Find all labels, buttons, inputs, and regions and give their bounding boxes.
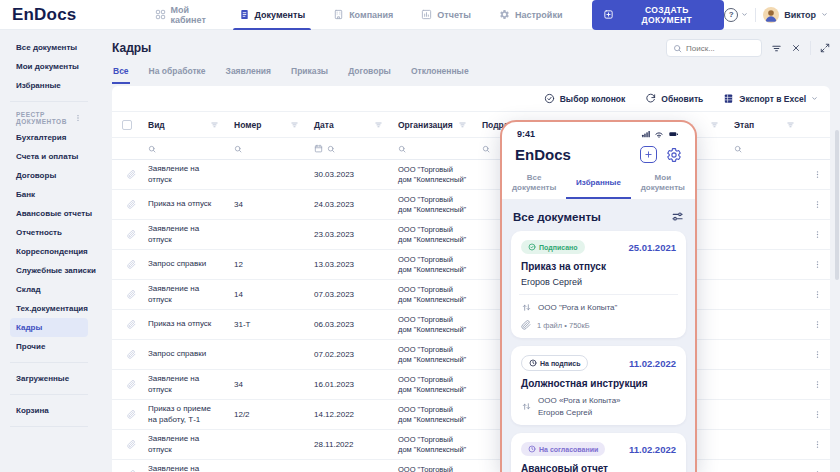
divider [10, 362, 88, 363]
gear-icon[interactable] [666, 147, 682, 163]
attachment-icon [112, 290, 142, 299]
column-header[interactable]: Дата [308, 120, 392, 130]
column-header[interactable]: Вид [142, 120, 228, 130]
sidebar-item[interactable]: Прочие [10, 337, 88, 356]
table-row[interactable]: Заявление на отпуск 30.03.2023 ООО "Торг… [112, 160, 830, 190]
card-person: Егоров Сергей [538, 408, 621, 417]
sidebar-item[interactable]: Все документы [10, 38, 88, 57]
add-document-button[interactable] [640, 146, 657, 163]
row-menu-button[interactable] [804, 380, 830, 389]
table-row[interactable]: Заявление на отпуск 28.11.2022 ООО "Торг… [112, 430, 830, 460]
document-card[interactable]: На согласовании 11.02.2022 Авансовый отч… [511, 433, 686, 472]
filter-cell-stage[interactable] [728, 145, 804, 153]
sidebar-item[interactable]: Мои документы [10, 57, 88, 76]
scrollbar-thumb[interactable] [835, 130, 839, 280]
row-menu-button[interactable] [804, 230, 830, 239]
filter-cell-type[interactable] [142, 145, 228, 153]
row-menu-button[interactable] [804, 290, 830, 299]
cell-number: 34 [228, 380, 308, 389]
close-icon[interactable] [791, 43, 801, 53]
sidebar-item[interactable]: Банк [10, 185, 88, 204]
sidebar-item[interactable]: Корреспонденция [10, 242, 88, 261]
filter-cell-number[interactable] [228, 145, 308, 153]
phone-tab[interactable]: Избранные [566, 169, 630, 199]
sidebar-item[interactable]: Договоры [10, 166, 88, 185]
page-tab[interactable]: Договоры [347, 64, 392, 84]
column-header[interactable]: Этап [728, 120, 804, 130]
table-row[interactable]: Заявление на отпуск 14 07.03.2023 ООО "Т… [112, 280, 830, 310]
fullscreen-icon[interactable] [820, 43, 830, 53]
document-card[interactable]: Подписано 25.01.2021 Приказ на отпуск Ег… [511, 231, 686, 338]
report-chart-icon [421, 9, 432, 20]
content-area: Все документы Мои документы Избранные РЕ… [0, 30, 840, 472]
column-filter-icon[interactable] [210, 120, 219, 129]
row-menu-button[interactable] [804, 170, 830, 179]
column-filter-icon[interactable] [710, 120, 719, 129]
select-all-checkbox[interactable] [122, 120, 132, 130]
table-row[interactable]: Приказ о приеме на работу, Т-1 12/2 14.1… [112, 400, 830, 430]
sidebar-item[interactable]: Бухгалтерия [10, 128, 88, 147]
table-row[interactable]: Заявление на отпуск 23.03.2023 ООО "Торг… [112, 220, 830, 250]
row-menu-button[interactable] [804, 260, 830, 269]
sidebar-item-downloads[interactable]: Загруженные [10, 369, 88, 388]
user-menu[interactable]: Виктор [763, 7, 828, 23]
page-tab[interactable]: Отклоненные [410, 64, 470, 84]
column-header[interactable]: Номер [228, 120, 308, 130]
filter-lines-icon[interactable] [771, 43, 782, 54]
table-row[interactable]: Заявление на отпуск 28.11.2022 ООО "Торг… [112, 460, 830, 472]
sliders-filter-icon[interactable] [671, 210, 684, 223]
phone-tab[interactable]: Мои документы [631, 169, 695, 199]
page-tab[interactable]: На обработке [148, 64, 207, 84]
nav-documents[interactable]: Документы [239, 0, 306, 30]
filter-cell-org[interactable] [392, 145, 476, 153]
create-document-button[interactable]: СОЗДАТЬ ДОКУМЕНТ [592, 0, 724, 30]
sidebar-item[interactable]: Избранные [10, 76, 88, 95]
sidebar-item[interactable]: Склад [10, 280, 88, 299]
column-header[interactable]: Организация [392, 120, 476, 130]
filter-cell-date[interactable] [308, 144, 392, 153]
choose-columns-button[interactable]: Выбор колонок [544, 93, 626, 104]
column-filter-icon[interactable] [786, 120, 795, 129]
sidebar-item[interactable]: Кадры [10, 318, 88, 337]
page-tab[interactable]: Заявления [225, 64, 272, 84]
column-filter-icon[interactable] [290, 120, 299, 129]
help-button[interactable]: ? [724, 8, 748, 22]
sidebar-item[interactable]: Счета и оплаты [10, 147, 88, 166]
table-row[interactable]: Запрос справки 07.02.2023 ООО "Торговый … [112, 340, 830, 370]
row-menu-button[interactable] [804, 200, 830, 209]
nav-my-cabinet[interactable]: Мой кабинет [155, 0, 211, 30]
sidebar-item[interactable]: Авансовые отчеты [10, 204, 88, 223]
table-header-row: Вид Номер [112, 112, 830, 138]
calendar-icon[interactable] [314, 144, 323, 153]
sidebar-item[interactable]: Отчетность [10, 223, 88, 242]
cell-date: 30.03.2023 [308, 170, 392, 179]
column-filter-icon[interactable] [374, 120, 383, 129]
sidebar-item-trash[interactable]: Корзина [10, 401, 88, 420]
refresh-button[interactable]: Обновить [645, 93, 703, 104]
user-avatar [763, 7, 779, 23]
table-row[interactable]: Приказ на отпуск 34 24.03.2023 ООО "Торг… [112, 190, 830, 220]
row-menu-button[interactable] [804, 350, 830, 359]
nav-settings[interactable]: Настройки [499, 0, 562, 30]
search-input[interactable] [686, 44, 755, 53]
column-filter-icon[interactable] [458, 120, 467, 129]
sidebar-item[interactable]: Тех.документация [10, 299, 88, 318]
row-menu-button[interactable] [804, 320, 830, 329]
kebab-icon[interactable] [74, 114, 82, 122]
table-row[interactable]: Приказ на отпуск 31-Т 06.03.2023 ООО "То… [112, 310, 830, 340]
nav-company[interactable]: Компания [333, 0, 393, 30]
table-row[interactable]: Заявление на отпуск 34 16.01.2023 ООО "Т… [112, 370, 830, 400]
cell-org: ООО "Торговый дом "Комплексный" [392, 255, 476, 275]
row-menu-button[interactable] [804, 440, 830, 449]
phone-tab[interactable]: Все документы [502, 169, 566, 199]
export-excel-button[interactable]: Экспорт в Excel [723, 93, 818, 104]
excel-icon [723, 93, 734, 104]
sidebar-item[interactable]: Служебные записки [10, 261, 88, 280]
page-tab[interactable]: Приказы [290, 64, 329, 84]
page-tab[interactable]: Все [112, 64, 130, 84]
clock-icon [529, 359, 537, 367]
document-card[interactable]: На подпись 11.02.2022 Должностная инстру… [511, 346, 686, 425]
table-row[interactable]: Запрос справки 12 13.03.2023 ООО "Торгов… [112, 250, 830, 280]
row-menu-button[interactable] [804, 410, 830, 419]
nav-reports[interactable]: Отчеты [421, 0, 471, 30]
